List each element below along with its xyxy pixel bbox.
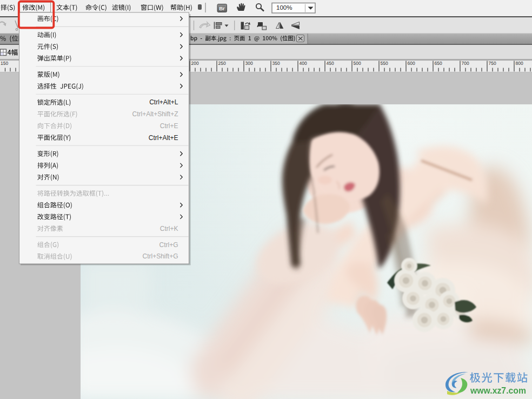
svg-text:Ctrl+E: Ctrl+E <box>160 122 178 130</box>
svg-text:500: 500 <box>354 61 361 66</box>
svg-text:300: 300 <box>245 61 253 66</box>
svg-text:Ctrl+G: Ctrl+G <box>159 241 178 249</box>
svg-text:550: 550 <box>381 61 388 66</box>
svg-text:Br: Br <box>219 5 225 11</box>
svg-text:150: 150 <box>1 61 8 66</box>
svg-text:Ctrl+K: Ctrl+K <box>160 225 178 232</box>
svg-text:Ctrl+Shift+G: Ctrl+Shift+G <box>142 252 178 260</box>
svg-text:350: 350 <box>272 61 280 66</box>
svg-text:400: 400 <box>300 61 307 66</box>
svg-text:Ctrl+Alt+Shift+Z: Ctrl+Alt+Shift+Z <box>132 110 178 118</box>
svg-text:Ctrl+Alt+E: Ctrl+Alt+E <box>149 134 178 142</box>
svg-text:700: 700 <box>462 61 469 66</box>
svg-text:Ctrl+Alt+L: Ctrl+Alt+L <box>149 98 178 106</box>
svg-text:650: 650 <box>435 61 442 66</box>
svg-text:100%: 100% <box>276 4 292 11</box>
svg-text:450: 450 <box>327 61 334 66</box>
svg-text:600: 600 <box>408 61 415 66</box>
svg-text:250: 250 <box>218 61 226 66</box>
svg-text:800: 800 <box>516 61 523 66</box>
svg-text:750: 750 <box>489 61 496 66</box>
svg-text:www.xz7.com: www.xz7.com <box>470 386 526 395</box>
svg-text:200: 200 <box>191 61 199 66</box>
